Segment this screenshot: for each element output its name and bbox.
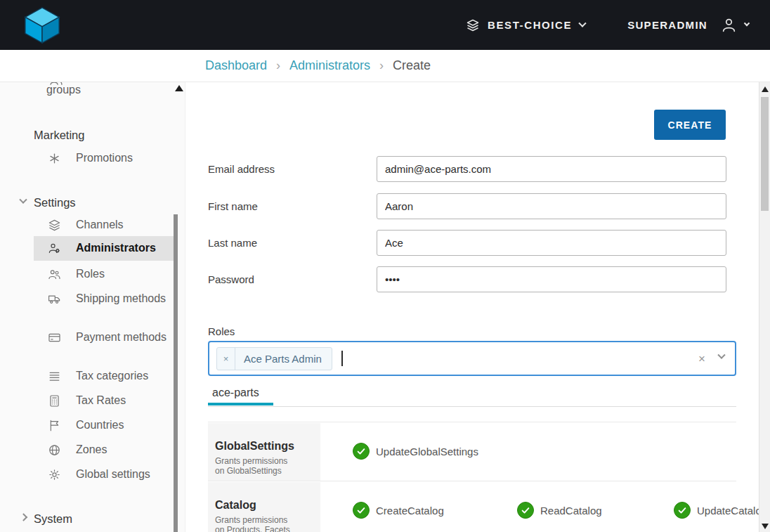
channel-label: BEST-CHOICE	[488, 19, 572, 31]
sidebar-item-administrators[interactable]: Administrators	[34, 236, 174, 261]
sidebar-item-label: Payment methods	[76, 331, 167, 343]
channel-switcher[interactable]: BEST-CHOICE	[466, 18, 585, 32]
app-logo-icon[interactable]	[20, 5, 65, 46]
sidebar-item-label: Channels	[76, 219, 124, 231]
breadcrumb-separator: ›	[276, 58, 280, 73]
chevron-right-icon[interactable]	[20, 513, 27, 521]
permission-row-catalog: Catalog Grants permissions on Products, …	[208, 481, 736, 532]
check-icon	[674, 502, 691, 519]
truck-icon	[48, 292, 61, 306]
permission-checkbox[interactable]: CreateCatalog	[353, 502, 444, 519]
email-field[interactable]	[377, 156, 726, 182]
sidebar-item-promotions[interactable]: Promotions	[0, 150, 174, 167]
permission-group-name: GlobalSettings	[215, 440, 313, 453]
sidebar-item-tax-categories[interactable]: Tax categories	[0, 368, 174, 384]
tab-divider	[208, 406, 736, 407]
tab-ace-parts[interactable]: ace-parts	[212, 387, 259, 399]
sidebar-item-label: Shipping methods	[76, 292, 166, 304]
user-icon	[720, 16, 738, 34]
last-name-field[interactable]	[377, 230, 726, 256]
breadcrumb-separator: ›	[379, 58, 384, 73]
sidebar-item-label: Roles	[76, 268, 105, 280]
clear-icon[interactable]: ×	[698, 353, 705, 365]
check-icon	[353, 443, 370, 460]
sidebar-item-roles[interactable]: Roles	[0, 266, 174, 283]
sidebar-item-payment-methods[interactable]: Payment methods	[0, 329, 174, 346]
roles-select[interactable]: × Ace Parts Admin ×	[208, 341, 736, 376]
email-label: Email address	[208, 163, 275, 175]
sidebar-item-label: Administrators	[76, 242, 156, 254]
sidebar-section-settings[interactable]: Settings	[34, 195, 76, 210]
chip-remove-icon[interactable]: ×	[217, 348, 235, 370]
roles-label: Roles	[208, 325, 235, 337]
breadcrumb-administrators[interactable]: Administrators	[289, 58, 370, 73]
create-button[interactable]: CREATE	[654, 110, 726, 140]
sidebar-item-zones[interactable]: Zones	[0, 441, 174, 458]
check-icon	[517, 502, 534, 519]
tab-active-underline	[208, 403, 273, 406]
credit-card-icon	[48, 331, 61, 344]
check-icon	[353, 502, 370, 519]
sidebar-section-marketing[interactable]: Marketing	[34, 127, 84, 143]
breadcrumb: Dashboard › Administrators › Create	[0, 50, 770, 82]
sidebar-item-label: Tax Rates	[76, 394, 126, 406]
password-field[interactable]	[377, 266, 726, 292]
sidebar-item-countries[interactable]: Countries	[0, 417, 174, 434]
calculator-icon	[48, 394, 61, 408]
sidebar-item-shipping-methods[interactable]: Shipping methods	[0, 290, 174, 307]
chevron-down-icon[interactable]	[717, 351, 725, 359]
asterisk-icon	[48, 152, 61, 165]
scrollbar-thumb[interactable]	[761, 97, 769, 211]
permission-label: ReadCatalog	[540, 505, 602, 517]
scrollbar-up-arrow[interactable]	[762, 86, 769, 92]
globe-icon	[48, 443, 61, 457]
text-cursor	[341, 351, 343, 366]
sidebar-section-system[interactable]: System	[34, 511, 72, 526]
sidebar-item-channels[interactable]: Channels	[0, 216, 174, 233]
breadcrumb-create: Create	[393, 58, 431, 73]
chevron-down-icon[interactable]	[19, 196, 27, 204]
sidebar-scrollbar-up-arrow[interactable]	[175, 85, 183, 91]
sidebar-item-tax-rates[interactable]: Tax Rates	[0, 392, 174, 409]
permission-group-cell: GlobalSettings Grants permissions on Glo…	[208, 423, 320, 481]
cog-icon	[48, 468, 61, 481]
permission-label: UpdateGlobalSettings	[376, 446, 478, 458]
sidebar-item-global-settings[interactable]: Global settings	[0, 466, 174, 483]
sidebar-item-label: Promotions	[76, 152, 133, 164]
first-name-field[interactable]	[377, 193, 726, 219]
sidebar-item-label: Global settings	[76, 468, 150, 480]
users-icon	[48, 268, 61, 281]
breadcrumb-dashboard[interactable]: Dashboard	[205, 58, 267, 73]
main-scrollbar	[759, 82, 770, 532]
form-row-email: Email address	[208, 156, 726, 182]
topbar: BEST-CHOICE SUPERADMIN	[0, 0, 770, 50]
layers-icon	[466, 18, 480, 32]
form-row-password: Password	[208, 266, 726, 292]
role-chip: × Ace Parts Admin	[216, 347, 332, 370]
sidebar-item-label: Zones	[76, 443, 107, 455]
permission-group-description: Grants permissions on Products, Facets	[215, 515, 298, 532]
permission-label: UpdateCatalog	[697, 505, 759, 517]
sidebar-item-label: Countries	[76, 419, 124, 431]
form-row-last-name: Last name	[208, 230, 726, 256]
permission-checkbox[interactable]: UpdateCatalog	[674, 502, 759, 519]
user-menu[interactable]: SUPERADMIN	[627, 16, 749, 34]
sidebar-item-label: Tax categories	[76, 370, 148, 382]
administrator-icon	[48, 242, 61, 255]
permission-group-name: Catalog	[215, 499, 313, 512]
first-name-label: First name	[208, 200, 258, 212]
sidebar-item-customer-groups[interactable]: groups	[46, 84, 81, 96]
permission-checkbox[interactable]: UpdateGlobalSettings	[353, 443, 478, 460]
permission-checkbox[interactable]: ReadCatalog	[517, 502, 602, 519]
flag-icon	[48, 419, 61, 432]
scrollbar-down-arrow[interactable]	[762, 524, 769, 529]
sidebar-scrollbar-thumb[interactable]	[174, 214, 178, 532]
permission-row-globalsettings: GlobalSettings Grants permissions on Glo…	[208, 422, 736, 481]
chevron-down-icon	[744, 20, 750, 25]
main-content: CREATE Email address First name Last nam…	[185, 82, 759, 532]
permission-group-description: Grants permissions on GlobalSettings	[215, 456, 298, 476]
role-chip-label: Ace Parts Admin	[235, 353, 332, 365]
layers-icon	[48, 219, 61, 232]
permission-group-cell: Catalog Grants permissions on Products, …	[208, 482, 320, 532]
list-icon	[48, 370, 61, 383]
